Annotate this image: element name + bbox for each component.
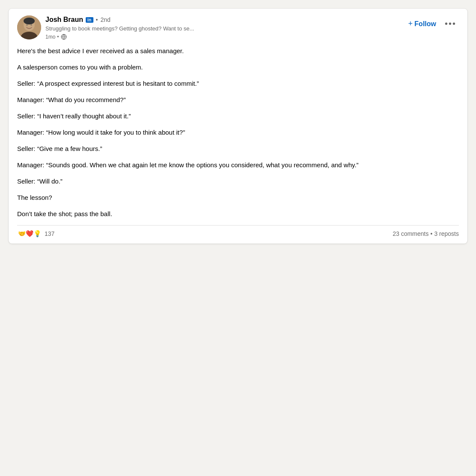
paragraph-8: Manager: “Sounds good. When we chat agai… <box>17 160 459 170</box>
paragraph-1: Here's the best advice I ever received a… <box>17 46 459 56</box>
author-info: Josh Braun in • 2nd Struggling to book m… <box>45 15 194 40</box>
post-card: Josh Braun in • 2nd Struggling to book m… <box>9 9 467 244</box>
reaction-count: 137 <box>45 230 54 237</box>
author-subtitle: Struggling to book meetings? Getting gho… <box>45 25 194 33</box>
degree-badge: • <box>96 16 98 23</box>
post-header: Josh Braun in • 2nd Struggling to book m… <box>17 15 459 40</box>
author-name[interactable]: Josh Braun <box>45 15 83 24</box>
comments-count[interactable]: 23 comments <box>392 230 428 237</box>
paragraph-2: A salesperson comes to you with a proble… <box>17 62 459 72</box>
reposts-count[interactable]: 3 reposts <box>434 230 459 237</box>
post-meta: 1mo • <box>45 34 194 40</box>
avatar[interactable] <box>17 15 41 39</box>
paragraph-4: Manager: “What do you recommend?” <box>17 95 459 105</box>
paragraph-10: The lesson? <box>17 193 459 203</box>
svg-point-5 <box>30 24 32 26</box>
header-actions: + Follow ••• <box>406 17 459 30</box>
paragraph-11: Don’t take the shot; pass the ball. <box>17 209 459 219</box>
more-options-button[interactable]: ••• <box>442 17 459 30</box>
post-time: 1mo <box>45 34 55 40</box>
globe-icon <box>61 34 67 40</box>
follow-plus-icon: + <box>408 19 413 28</box>
reactions-right: 23 comments • 3 reposts <box>392 230 459 237</box>
follow-label: Follow <box>414 20 436 28</box>
reaction-emojis: 🤝 ❤️ 💡 <box>17 229 42 238</box>
paragraph-6: Manager: “How long would it take for you… <box>17 127 459 138</box>
author-name-row: Josh Braun in • 2nd <box>45 15 194 24</box>
author-section: Josh Braun in • 2nd Struggling to book m… <box>17 15 194 40</box>
paragraph-9: Seller: “Will do.” <box>17 176 459 187</box>
paragraph-7: Seller: “Give me a few hours.” <box>17 144 459 154</box>
paragraph-3: Seller: “A prospect expressed interest b… <box>17 78 459 89</box>
follow-button[interactable]: + Follow <box>406 18 439 30</box>
connection-degree: 2nd <box>100 16 110 23</box>
reactions-row: 🤝 ❤️ 💡 137 23 comments • 3 reposts <box>17 225 459 238</box>
paragraph-5: Seller: “I haven’t really thought about … <box>17 111 459 121</box>
reactions-left[interactable]: 🤝 ❤️ 💡 137 <box>17 229 54 238</box>
svg-point-4 <box>26 24 28 26</box>
meta-separator: • <box>57 34 59 40</box>
linkedin-badge: in <box>86 17 93 23</box>
more-options-icon: ••• <box>445 19 456 29</box>
post-content: Here's the best advice I ever received a… <box>17 46 459 219</box>
reaction-emoji-bulb: 💡 <box>33 229 42 238</box>
svg-point-3 <box>24 18 35 24</box>
stats-separator: • <box>431 230 433 237</box>
